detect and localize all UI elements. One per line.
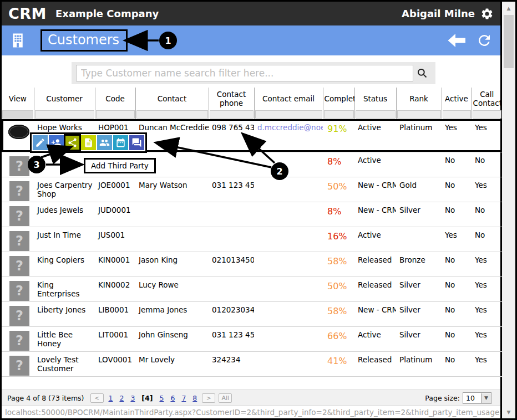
contact-email-link[interactable]: d.mccreddie@noem [257,123,323,132]
cell-email [254,277,323,302]
filter-input[interactable] [324,110,354,119]
calendar-icon[interactable] [113,135,128,150]
filter-input[interactable] [35,110,94,119]
cell-phone: 031 123 456 [209,327,254,352]
filter-input[interactable] [136,110,208,119]
document-icon[interactable] [81,135,96,150]
refresh-button[interactable] [476,32,493,49]
vertical-scrollbar[interactable]: ▲ ▼ [502,2,515,418]
edit-icon[interactable] [33,135,48,150]
table-row[interactable]: ?8%ActiveNoNo [2,152,502,177]
page-link-6[interactable]: 6 [170,394,175,402]
cell-active: No [442,202,472,227]
column-header-contact[interactable]: Contact [135,88,209,110]
column-header-view[interactable]: View [2,88,34,110]
cell-phone [209,152,254,177]
column-header-call-contact[interactable]: Call Contact [472,88,502,110]
search-input[interactable] [76,65,413,81]
filter-input[interactable] [356,110,396,119]
placeholder-image-icon: ? [9,306,29,326]
status-url: localhost:50000/BPOCRM/MaintainThirdPart… [5,408,500,417]
column-header-contact-phone[interactable]: Contact phone [209,88,254,110]
cell-rank: Silver [396,277,442,302]
cell-complete: 8% [323,202,354,227]
scroll-down-icon[interactable]: ▼ [503,407,514,417]
table-row[interactable]: ?Judes JewelsJUD00018%New - CRMSilverNoN… [2,202,502,227]
column-header-active[interactable]: Active [442,88,472,110]
column-header-status[interactable]: Status [354,88,396,110]
search-icon[interactable] [413,65,431,81]
page-link-8[interactable]: 8 [192,394,197,402]
contacts-icon[interactable] [97,135,112,150]
add-third-party-icon[interactable] [65,135,80,150]
table-row[interactable]: ?Lovely Test CustomerLOV0001Mr Lovely324… [2,352,502,377]
cell-rank: Bronze [396,252,442,277]
column-header-contact-email[interactable]: Contact email [254,88,323,110]
table-row[interactable]: ?King CopiersKIN0001Jason King0210134508… [2,252,502,277]
cell-active: Yes [442,227,472,252]
cell-email: d.mccreddie@noem [254,120,323,152]
column-header-code[interactable]: Code [95,88,135,110]
cell-status: New - CRM [354,202,396,227]
cell-view: ? [2,252,34,277]
cell-rank: Silver [396,202,442,227]
cell-status: Active [354,327,396,352]
filter-input[interactable] [255,110,322,119]
all-pages-button[interactable]: All [219,393,232,403]
table-row[interactable]: ?Joes Carpentry ShopJOE0001Mary Watson03… [2,177,502,202]
cell-view: ? [2,227,34,252]
prev-page-button[interactable]: < [90,393,104,403]
filter-input[interactable] [397,110,441,119]
cell-active: No [442,327,472,352]
cell-status: Active [354,120,396,152]
cell-email [254,152,323,177]
cell-customer: Just In Time [34,227,95,252]
cell-view [2,120,34,152]
cell-customer: Liberty Jones [34,302,95,327]
cell-phone: 0120230340 [209,302,254,327]
cell-active: No [442,177,472,202]
table-row[interactable]: ?Little Bee HoneyLIT0001John Ginseng031 … [2,327,502,352]
search-band [2,55,500,88]
column-header-complete[interactable]: Complete [323,88,354,110]
cell-complete: 91% [323,120,354,152]
add-contact-icon[interactable] [49,135,64,150]
cell-complete: 50% [323,277,354,302]
cell-call_contact: Yes [472,277,502,302]
page-link-7[interactable]: 7 [181,394,186,402]
next-page-button[interactable]: > [202,393,215,403]
scroll-up-icon[interactable]: ▲ [503,3,514,13]
scrollbar-thumb[interactable] [504,15,514,68]
page-link-2[interactable]: 2 [119,394,124,402]
page-size-select[interactable]: 10 ▼ [463,392,491,404]
filter-input[interactable] [96,110,135,119]
page-link-1[interactable]: 1 [109,394,113,402]
table-row[interactable]: ?King EnterprisesKIN0002Lucy Rowe50%Rele… [2,277,502,302]
building-icon[interactable] [9,32,26,49]
page-link-5[interactable]: 5 [159,394,164,402]
filter-input[interactable] [443,110,471,119]
page-link-3[interactable]: 3 [130,394,135,402]
filter-input[interactable] [210,110,254,119]
column-header-rank[interactable]: Rank [396,88,442,110]
filter-cell [442,110,472,120]
table-row[interactable]: ?Just In TimeJUS00116%ActiveYesNo [2,227,502,252]
cell-active: No [442,152,472,177]
company-name: Example Company [55,8,159,19]
crm-logo: CRM [8,6,47,21]
cell-status: Released [354,352,396,377]
chevron-down-icon[interactable]: ▼ [481,393,491,403]
placeholder-image-icon: ? [9,231,29,251]
table-row[interactable]: ?Liberty JonesLIB0001Jemma Jones01202303… [2,302,502,327]
cell-call_contact: No [472,152,502,177]
settings-gear-icon[interactable] [480,7,494,21]
chat-icon[interactable] [129,135,144,150]
top-bar: CRM Example Company Abigail Milne [2,2,500,25]
filter-input[interactable] [2,110,33,119]
cell-email [254,252,323,277]
filter-cell [354,110,396,120]
cell-email [254,352,323,377]
filter-input[interactable] [473,110,502,119]
back-button[interactable] [447,32,467,49]
column-header-customer[interactable]: Customer [34,88,95,110]
